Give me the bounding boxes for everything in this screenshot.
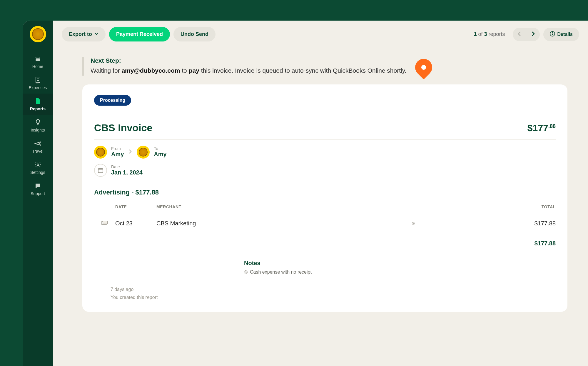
chevron-left-icon [517, 31, 522, 38]
notes-section: Notes ⦸ Cash expense with no receipt [244, 260, 556, 275]
row-date: Oct 23 [115, 214, 156, 233]
history-section: 7 days ago You created this report [111, 285, 556, 301]
toolbar: Export to Payment Received Undo Send 1 o… [53, 21, 588, 41]
undo-send-button[interactable]: Undo Send [173, 27, 216, 41]
nav-travel[interactable]: Travel [23, 136, 53, 157]
from-name: Amy [111, 151, 124, 158]
nav-label: Settings [30, 170, 45, 175]
col-merchant: MERCHANT [156, 200, 405, 214]
to-name: Amy [154, 151, 166, 158]
history-text: You created this report [111, 293, 556, 301]
receipt-icon [34, 76, 41, 84]
pager-next-button[interactable] [526, 28, 540, 41]
from-label: From [111, 146, 124, 151]
no-receipt-icon: ⦸ [244, 270, 248, 274]
nav-reports[interactable]: Reports [23, 94, 53, 115]
svg-point-8 [552, 32, 552, 33]
svg-rect-0 [36, 57, 40, 58]
date-label: Date [111, 164, 143, 169]
app-logo[interactable] [30, 26, 46, 42]
row-merchant: CBS Marketing [156, 214, 405, 233]
svg-rect-1 [36, 59, 40, 61]
nav-expenses[interactable]: Expenses [23, 72, 53, 94]
details-button[interactable]: Details [543, 28, 579, 41]
app-window: Home Expenses Reports Insights Travel [23, 21, 588, 366]
nav-insights[interactable]: Insights [23, 115, 53, 136]
invoice-title: CBS Invoice [94, 122, 152, 134]
pager-text: 1 of 3 reports [474, 31, 505, 37]
chevron-right-icon [128, 149, 133, 155]
nav-label: Insights [31, 128, 45, 132]
pager-arrows [513, 28, 540, 41]
svg-rect-14 [103, 221, 108, 224]
notes-heading: Notes [244, 260, 556, 267]
gear-icon [34, 161, 41, 168]
nav-label: Reports [30, 107, 46, 111]
document-icon [34, 98, 41, 105]
category-heading: Advertising - $177.88 [94, 189, 556, 196]
col-total: TOTAL [422, 200, 556, 214]
nav-label: Home [32, 64, 43, 69]
pager-prev-button[interactable] [513, 28, 526, 41]
details-label: Details [557, 32, 573, 37]
calendar-icon [94, 164, 107, 177]
table-row[interactable]: Oct 23 CBS Marketing ⊘ $177.88 [94, 214, 556, 233]
next-step-banner: Next Step: Waiting for amy@dubbyco.com t… [82, 57, 417, 76]
export-to-button[interactable]: Export to [62, 27, 106, 41]
undo-send-label: Undo Send [181, 31, 208, 37]
chat-icon [34, 182, 41, 189]
nav-label: Travel [32, 149, 43, 154]
sidebar: Home Expenses Reports Insights Travel [23, 21, 53, 366]
chevron-right-icon [530, 31, 536, 38]
next-step-heading: Next Step: [91, 57, 417, 64]
nav-settings[interactable]: Settings [23, 157, 53, 178]
from-to-row: From Amy To Amy [94, 146, 556, 159]
col-date: DATE [115, 200, 156, 214]
home-icon [34, 55, 41, 62]
note-item: ⦸ Cash expense with no receipt [244, 269, 556, 275]
invoice-card: Processing CBS Invoice $177.88 From Amy [82, 84, 567, 312]
to-avatar [137, 146, 150, 159]
main-content: Export to Payment Received Undo Send 1 o… [53, 21, 588, 366]
nav-support[interactable]: Support [23, 178, 53, 199]
next-step-text: Waiting for amy@dubbyco.com to pay this … [91, 66, 417, 76]
row-total: $177.88 [422, 214, 556, 233]
no-receipt-icon: ⊘ [405, 214, 422, 233]
nav-label: Support [31, 191, 45, 196]
subtotal-value: $177.88 [94, 233, 556, 253]
export-label: Export to [69, 31, 92, 37]
to-label: To [154, 146, 166, 151]
chevron-down-icon [94, 31, 98, 37]
history-time: 7 days ago [111, 285, 556, 293]
lightbulb-icon [34, 119, 41, 126]
date-row: Date Jan 1, 2024 [94, 164, 556, 177]
svg-rect-9 [98, 169, 103, 173]
payment-received-button[interactable]: Payment Received [109, 27, 170, 41]
nav-label: Expenses [29, 85, 47, 90]
payment-received-label: Payment Received [116, 31, 163, 37]
cash-icon [94, 214, 115, 233]
info-icon [550, 31, 555, 38]
status-badge: Processing [94, 95, 131, 106]
invoice-amount: $177.88 [527, 123, 556, 134]
date-value: Jan 1, 2024 [111, 169, 143, 176]
svg-point-5 [37, 164, 39, 166]
line-items-table: DATE MERCHANT TOTAL Oct 23 CBS Mar [94, 200, 556, 253]
from-avatar [94, 146, 107, 159]
nav-home[interactable]: Home [23, 51, 53, 72]
plane-icon [34, 140, 41, 147]
